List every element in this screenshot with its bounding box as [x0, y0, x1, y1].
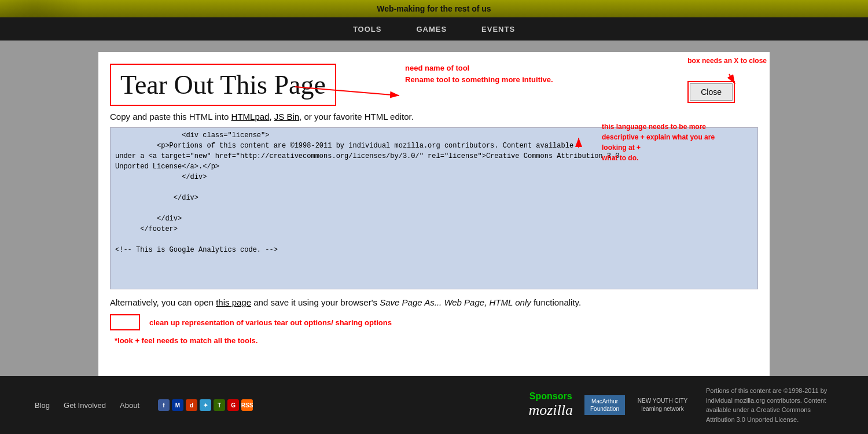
icon-delicious[interactable]: ✦: [200, 399, 211, 411]
page-title: Tear Out This Page: [120, 70, 326, 100]
annotation-need-name: need name of toolRename tool to somethin…: [405, 64, 553, 84]
icon-digg[interactable]: d: [186, 399, 197, 411]
title-box: Tear Out This Page: [110, 64, 336, 106]
alt-text: Alternatively, you can open this page an…: [110, 297, 758, 307]
dialog-box: Tear Out This Page need name of toolRena…: [98, 52, 770, 376]
nav-tools[interactable]: TOOLS: [353, 25, 382, 34]
footer-about[interactable]: About: [120, 401, 139, 410]
small-red-box: [110, 314, 140, 330]
banner-text: Web-making for the rest of us: [377, 4, 491, 13]
annotation-language: this language needs to be moredescriptiv…: [602, 123, 715, 162]
jsbin-link[interactable]: JS Bin: [274, 112, 299, 122]
footer-copyright: Portions of this content are ©1998-2011 …: [706, 386, 833, 424]
footer: Blog Get Involved About f M d ✦ T G RSS …: [0, 376, 868, 434]
footer-get-involved[interactable]: Get Involved: [64, 401, 106, 410]
annotation-box-close: box needs an X to close: [687, 57, 767, 65]
icon-myspace[interactable]: M: [172, 399, 183, 411]
small-box-area: clean up representation of various tear …: [110, 314, 758, 330]
sponsors-label: Sponsors mozilla: [528, 391, 573, 419]
close-button[interactable]: Close: [690, 83, 733, 101]
footer-icons: f M d ✦ T G RSS: [158, 399, 253, 411]
close-button-container: Close: [687, 81, 735, 103]
htmlpad-link[interactable]: HTMLpad: [231, 112, 270, 122]
nav-bar: TOOLS GAMES EVENTS: [0, 17, 868, 41]
annotation-look-feel: *look + feel needs to match all the tool…: [115, 336, 258, 345]
icon-technorati[interactable]: T: [214, 399, 225, 411]
sponsor-macarthur: MacArthur Foundation: [584, 395, 625, 415]
annotation-tearout: clean up representation of various tear …: [149, 318, 392, 327]
sponsors-title: Sponsors: [528, 391, 573, 402]
nav-games[interactable]: GAMES: [416, 25, 447, 34]
title-area: Tear Out This Page need name of toolRena…: [110, 64, 758, 106]
subtitle-text: Copy and paste this HTML into HTMLpad, J…: [110, 112, 758, 122]
main-content: Tear Out This Page need name of toolRena…: [0, 41, 868, 376]
sponsor-nyc: NEW YOUTH CITY learning network: [637, 397, 689, 413]
top-banner: Web-making for the rest of us: [0, 0, 868, 17]
footer-blog[interactable]: Blog: [35, 401, 50, 410]
sponsors-mozilla: mozilla: [528, 402, 573, 419]
this-page-link[interactable]: this page: [216, 297, 251, 307]
icon-facebook[interactable]: f: [158, 399, 170, 411]
nav-events[interactable]: EVENTS: [481, 25, 515, 34]
icon-google[interactable]: G: [227, 399, 239, 411]
footer-sponsors: Sponsors mozilla MacArthur Foundation NE…: [528, 391, 689, 419]
footer-left: Blog Get Involved About f M d ✦ T G RSS: [35, 399, 253, 411]
icon-rss[interactable]: RSS: [241, 399, 253, 411]
